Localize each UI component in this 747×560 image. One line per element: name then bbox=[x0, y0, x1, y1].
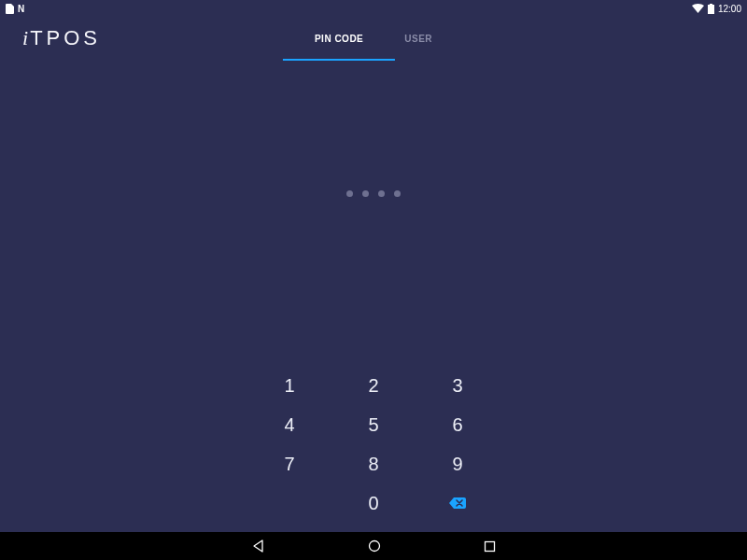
key-1[interactable]: 1 bbox=[247, 366, 331, 405]
status-right: 12:00 bbox=[692, 4, 741, 14]
key-8[interactable]: 8 bbox=[331, 444, 416, 483]
key-9[interactable]: 9 bbox=[416, 444, 500, 483]
nav-home-button[interactable] bbox=[368, 539, 381, 553]
key-6[interactable]: 6 bbox=[416, 405, 500, 444]
back-triangle-icon bbox=[252, 539, 265, 553]
tab-pin-code-label: PIN CODE bbox=[315, 34, 363, 44]
pin-dot bbox=[378, 190, 385, 197]
key-backspace[interactable] bbox=[416, 483, 500, 523]
key-2[interactable]: 2 bbox=[331, 366, 416, 405]
key-empty bbox=[247, 483, 331, 523]
key-7[interactable]: 7 bbox=[247, 444, 331, 483]
svg-point-0 bbox=[369, 541, 379, 552]
app-header: iTPOS PIN CODE USER bbox=[0, 17, 747, 60]
nav-recent-button[interactable] bbox=[484, 540, 496, 553]
status-time: 12:00 bbox=[718, 4, 741, 14]
tab-user-label: USER bbox=[404, 34, 432, 44]
app-logo: iTPOS bbox=[22, 26, 101, 50]
key-5[interactable]: 5 bbox=[331, 405, 416, 444]
tab-pin-code[interactable]: PIN CODE bbox=[311, 17, 367, 60]
tab-user[interactable]: USER bbox=[401, 17, 436, 60]
status-left: N bbox=[6, 4, 24, 14]
n-icon: N bbox=[18, 4, 24, 14]
recent-square-icon bbox=[484, 540, 496, 553]
logo-text: TPOS bbox=[30, 26, 101, 49]
pin-dot bbox=[394, 190, 401, 197]
key-3[interactable]: 3 bbox=[416, 366, 500, 405]
pin-entry-area: 1 2 3 4 5 6 7 8 9 0 bbox=[0, 60, 747, 532]
backspace-icon bbox=[449, 497, 466, 509]
key-4[interactable]: 4 bbox=[247, 405, 331, 444]
pin-dot bbox=[362, 190, 369, 197]
sd-card-icon bbox=[6, 4, 14, 14]
android-nav-bar bbox=[0, 532, 747, 560]
pin-dot bbox=[346, 190, 353, 197]
nav-back-button[interactable] bbox=[252, 539, 265, 553]
numeric-keypad: 1 2 3 4 5 6 7 8 9 0 bbox=[247, 366, 500, 523]
wifi-icon bbox=[692, 4, 704, 13]
home-circle-icon bbox=[368, 539, 381, 553]
android-status-bar: N 12:00 bbox=[0, 0, 747, 17]
battery-icon bbox=[708, 4, 714, 14]
auth-tabs: PIN CODE USER bbox=[311, 17, 436, 60]
svg-rect-1 bbox=[485, 541, 494, 551]
pin-dots bbox=[346, 190, 401, 197]
logo-prefix: i bbox=[22, 26, 28, 49]
key-0[interactable]: 0 bbox=[331, 483, 416, 523]
